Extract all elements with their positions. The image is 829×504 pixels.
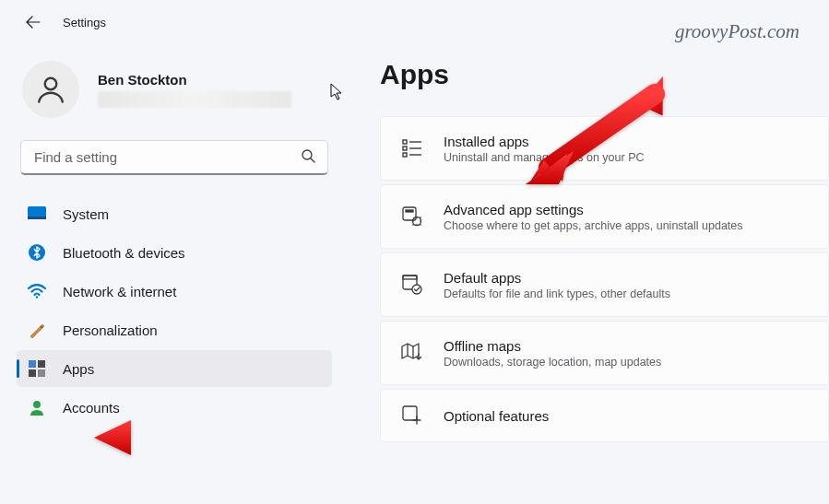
svg-rect-14 [403, 153, 407, 157]
main-content: Apps Installed apps Uninstall and manage… [349, 44, 829, 504]
apps-icon [28, 359, 46, 378]
page-title: Apps [380, 59, 829, 90]
svg-point-6 [36, 296, 39, 299]
sidebar-item-label: Apps [63, 361, 94, 377]
svg-rect-13 [403, 147, 407, 150]
svg-rect-22 [403, 275, 417, 279]
monitor-icon [28, 205, 46, 223]
sidebar-item-label: System [63, 206, 109, 222]
card-title: Offline maps [444, 338, 661, 354]
card-default-apps[interactable]: Default apps Defaults for file and link … [380, 252, 829, 317]
app-check-icon [401, 274, 423, 296]
watermark: groovyPost.com [675, 20, 799, 43]
plus-app-icon [401, 404, 423, 427]
svg-rect-8 [38, 360, 45, 368]
card-title: Default apps [444, 270, 670, 286]
svg-rect-4 [28, 217, 46, 219]
svg-rect-10 [38, 369, 45, 377]
card-subtitle: Defaults for file and link types, other … [444, 287, 670, 300]
sidebar-item-bluetooth[interactable]: Bluetooth & devices [17, 234, 332, 271]
person-icon [34, 73, 67, 106]
sidebar-item-personalization[interactable]: Personalization [17, 311, 332, 348]
svg-rect-19 [406, 210, 413, 212]
settings-cards: Installed apps Uninstall and manage apps… [380, 116, 829, 442]
svg-rect-24 [403, 406, 417, 420]
map-download-icon [401, 342, 423, 364]
svg-rect-12 [403, 140, 407, 144]
app-gear-icon [401, 205, 423, 228]
card-title: Optional features [444, 408, 549, 424]
card-title: Advanced app settings [444, 202, 743, 217]
svg-rect-7 [29, 360, 36, 368]
card-subtitle: Downloads, storage location, map updates [444, 356, 661, 369]
svg-point-11 [33, 401, 41, 408]
card-optional-features[interactable]: Optional features [380, 389, 829, 442]
profile-name: Ben Stockton [98, 72, 291, 88]
avatar [22, 61, 79, 118]
wifi-icon [28, 282, 46, 300]
card-subtitle: Choose where to get apps, archive apps, … [444, 219, 743, 232]
back-button[interactable] [20, 9, 46, 35]
svg-rect-9 [29, 369, 36, 377]
sidebar-item-label: Network & internet [63, 284, 176, 299]
sidebar-item-label: Personalization [63, 322, 158, 338]
bluetooth-icon [28, 243, 46, 262]
nav-list: System Bluetooth & devices Network & int… [17, 195, 332, 426]
sidebar-item-system[interactable]: System [17, 195, 332, 232]
paintbrush-icon [28, 321, 46, 339]
sidebar-item-network[interactable]: Network & internet [17, 273, 332, 310]
card-advanced-app-settings[interactable]: Advanced app settings Choose where to ge… [380, 184, 829, 249]
search-input[interactable] [20, 140, 328, 175]
card-offline-maps[interactable]: Offline maps Downloads, storage location… [380, 321, 829, 385]
svg-point-23 [412, 285, 421, 294]
card-subtitle: Uninstall and manage apps on your PC [444, 151, 645, 164]
window-title: Settings [63, 16, 106, 29]
sidebar-item-apps[interactable]: Apps [17, 350, 332, 387]
search-wrap [20, 140, 328, 175]
sidebar-item-label: Bluetooth & devices [63, 245, 185, 261]
sidebar-item-label: Accounts [63, 400, 120, 416]
svg-point-0 [45, 78, 57, 90]
list-icon [401, 137, 423, 159]
account-icon [28, 398, 46, 416]
profile-email-redacted [98, 91, 291, 108]
card-title: Installed apps [444, 134, 645, 149]
sidebar-item-accounts[interactable]: Accounts [17, 389, 332, 426]
profile-block[interactable]: Ben Stockton [17, 53, 332, 135]
sidebar: Ben Stockton System Bluetooth & devic [0, 44, 349, 504]
card-installed-apps[interactable]: Installed apps Uninstall and manage apps… [380, 116, 829, 181]
arrow-left-icon [26, 15, 41, 29]
